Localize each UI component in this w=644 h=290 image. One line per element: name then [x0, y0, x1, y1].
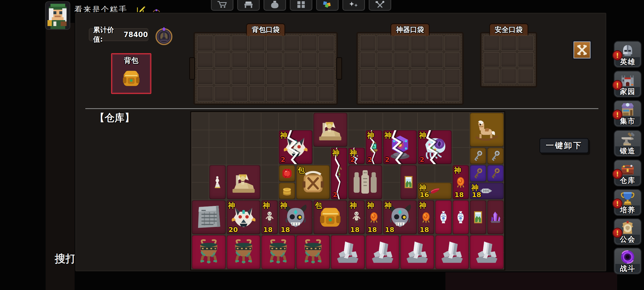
warehouse-item-silver-key-1[interactable] [470, 148, 486, 164]
warehouse-item-bronze-key-2[interactable] [487, 165, 504, 182]
warehouse-item-bronze-cauldron-3[interactable] [261, 235, 295, 269]
pocket-slot[interactable] [197, 52, 213, 68]
pocket-slot[interactable] [301, 35, 317, 51]
warehouse-item-horned-skull-1[interactable]: 神18 [279, 200, 313, 234]
pocket-slot[interactable] [394, 35, 409, 51]
pocket-slot[interactable] [232, 86, 248, 102]
pocket-slot[interactable] [427, 52, 443, 68]
unload-all-button[interactable]: 一键卸下 [539, 138, 589, 153]
pocket-slot[interactable] [249, 35, 265, 51]
toolbar-button-cart[interactable] [211, 0, 233, 11]
pocket-slot[interactable] [197, 69, 213, 85]
sidebar-item-castle[interactable]: 家园! [614, 71, 642, 97]
pocket-slot[interactable] [284, 69, 300, 85]
warehouse-item-porcelain-vase-1[interactable] [435, 200, 452, 234]
warehouse-item-horned-skull-2[interactable]: 神18 [383, 200, 417, 234]
pocket-slot[interactable] [284, 35, 300, 51]
warehouse-item-painting-1[interactable] [400, 165, 417, 199]
pocket-slot[interactable] [484, 35, 500, 51]
warehouse-item-porcelain-vase-2[interactable] [453, 200, 469, 234]
pocket-slot[interactable] [411, 86, 426, 102]
warehouse-item-venus-statue[interactable] [209, 165, 226, 199]
pocket-slot[interactable] [214, 52, 231, 68]
warehouse-item-silver-whistle[interactable]: 神18 [470, 183, 504, 199]
toolbar-button-palette[interactable] [316, 0, 339, 11]
warehouse-item-lantern-cracked[interactable]: 神2 [366, 130, 382, 164]
toolbar-button-gridbox[interactable] [290, 0, 312, 11]
sidebar-item-helmet[interactable]: 英雄! [614, 41, 642, 68]
pocket-slot[interactable] [501, 68, 517, 84]
toolbar-button-bench[interactable] [237, 0, 260, 11]
warehouse-item-gold-coins[interactable] [279, 183, 295, 199]
pocket-slot[interactable] [318, 52, 335, 68]
warehouse-item-silver-ore-2[interactable] [366, 235, 400, 269]
warehouse-item-sphinx-top[interactable] [313, 113, 347, 147]
pocket-slot[interactable] [394, 52, 409, 68]
pocket-slot[interactable] [501, 35, 517, 51]
pocket-slot[interactable] [214, 35, 231, 51]
pocket-slot[interactable] [518, 68, 534, 84]
toolbar-button-jug[interactable] [264, 0, 286, 11]
warehouse-item-voodoo-doll-1[interactable]: 神18 [261, 200, 278, 234]
pocket-slot[interactable] [197, 35, 213, 51]
warehouse-item-amulet-3[interactable]: 神18 [418, 200, 434, 234]
pocket-slot[interactable] [501, 52, 517, 68]
sidebar-item-portal[interactable]: 战斗 [614, 248, 642, 274]
sidebar-item-guild[interactable]: 公会! [614, 218, 642, 245]
pocket-slot[interactable] [360, 69, 376, 85]
pocket-slot[interactable] [197, 86, 213, 102]
pocket-slot[interactable] [318, 35, 335, 51]
sidebar-item-anvil[interactable]: 锻造 [614, 130, 642, 157]
pocket-slot[interactable] [411, 35, 426, 51]
pocket-slot[interactable] [518, 52, 534, 68]
warehouse-item-silver-ore-5[interactable] [470, 235, 504, 269]
warehouse-item-staff-cracked[interactable]: 神2 [331, 148, 347, 199]
pocket-slot[interactable] [232, 69, 248, 85]
warehouse-item-bronze-key-1[interactable] [470, 165, 486, 182]
pocket-slot[interactable] [266, 69, 283, 85]
pocket-slot[interactable] [427, 69, 443, 85]
warehouse-item-hex-device-cracked[interactable]: 神2 [383, 130, 417, 164]
warehouse-item-amulet-2[interactable]: 神18 [366, 200, 382, 234]
pocket-slot[interactable] [444, 35, 460, 51]
warehouse-item-silver-ore-1[interactable] [331, 235, 365, 269]
pocket-slot[interactable] [394, 69, 409, 85]
warehouse-item-golden-backpack[interactable]: 包 [313, 200, 347, 234]
warehouse-item-stone-tablet[interactable] [192, 200, 226, 234]
pocket-slot[interactable] [266, 86, 283, 102]
pocket-slot[interactable] [444, 52, 460, 68]
pocket-slot[interactable] [301, 52, 317, 68]
pocket-slot[interactable] [214, 69, 231, 85]
warehouse-item-wolf-skull-cracked[interactable]: 神2 [279, 130, 313, 164]
warehouse-item-voodoo-doll-2[interactable]: 神18 [348, 200, 365, 234]
warehouse-item-bronze-cauldron-1[interactable] [192, 235, 226, 269]
pocket-slot[interactable] [232, 52, 248, 68]
warehouse-item-nautilus-cracked[interactable]: 神2 [418, 130, 452, 164]
pocket-slot[interactable] [318, 86, 335, 102]
warehouse-item-painting-2[interactable] [470, 200, 486, 234]
warehouse-item-bronze-cauldron-4[interactable] [296, 235, 330, 269]
pocket-slot[interactable] [394, 86, 409, 102]
warehouse-item-fox-mask[interactable]: 神20 [227, 200, 261, 234]
pocket-slot[interactable] [301, 86, 317, 102]
pocket-slot[interactable] [444, 86, 460, 102]
pocket-slot[interactable] [232, 35, 248, 51]
warehouse-item-sphinx-statue[interactable] [227, 165, 261, 199]
pocket-slot[interactable] [249, 52, 265, 68]
warehouse-item-silver-ore-3[interactable] [400, 235, 434, 269]
pocket-slot[interactable] [518, 35, 534, 51]
warehouse-item-amulet-1[interactable]: 神18 [453, 165, 469, 199]
warehouse-item-silver-key-2[interactable] [487, 148, 504, 164]
pocket-slot[interactable] [284, 86, 300, 102]
pocket-slot[interactable] [377, 52, 393, 68]
warehouse-item-bronze-cauldron-2[interactable] [227, 235, 261, 269]
pocket-slot[interactable] [266, 35, 283, 51]
pocket-slot[interactable] [249, 69, 265, 85]
pocket-slot[interactable] [427, 35, 443, 51]
pocket-slot[interactable] [484, 68, 500, 84]
toolbar-button-sparkle[interactable] [342, 0, 365, 11]
pocket-slot[interactable] [360, 52, 376, 68]
pocket-slot[interactable] [411, 69, 426, 85]
pocket-slot[interactable] [411, 52, 426, 68]
pocket-slot[interactable] [249, 86, 265, 102]
